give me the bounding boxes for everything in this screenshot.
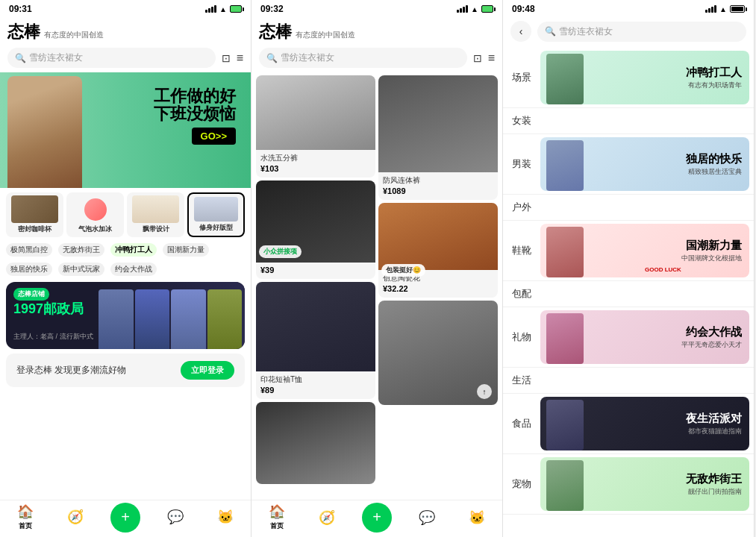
product-info-0: 水洗五分裤 ¥103	[256, 150, 375, 178]
tag-3[interactable]: 国潮新力量	[163, 243, 209, 257]
nav-home-2[interactable]: 🏠 首页	[252, 503, 302, 531]
cat-card-title-0: 冲鸭打工人	[686, 66, 742, 79]
tag-6[interactable]: 约会大作战	[110, 263, 157, 276]
product-card-2[interactable]: 小众拼接项 ¥39	[256, 180, 375, 279]
tag-0[interactable]: 极简黑白控	[6, 243, 52, 257]
product-grid: 水洗五分裤 ¥103 小众拼接项 ¥39 印花短袖T恤	[252, 72, 502, 487]
nav-discover[interactable]: 🧭	[50, 509, 100, 527]
app-name-2: 态棒	[259, 21, 291, 43]
search-text-2: 雪纺连衣裙女	[281, 51, 460, 64]
signal-icon-3	[705, 5, 716, 13]
nav-discover-2[interactable]: 🧭	[302, 509, 352, 526]
search-text-3: 雪纺连衣裙女	[559, 25, 739, 38]
back-button[interactable]: ‹	[510, 21, 531, 42]
cat-label-6[interactable]: 礼物	[503, 307, 540, 367]
time-1: 09:31	[9, 4, 32, 14]
cat-label-0[interactable]: 场景	[503, 48, 540, 107]
cat-card-2[interactable]: 独居的快乐 精致独居生活宝典	[540, 137, 749, 191]
cat-label-7[interactable]: 生活	[503, 368, 540, 393]
product-card-model[interactable]	[256, 402, 375, 484]
nav-center[interactable]: +	[100, 503, 150, 533]
cat-card-8[interactable]: 夜生活派对 都市夜猫蹦迪指南	[540, 397, 749, 450]
cat-label-8[interactable]: 食品	[503, 394, 540, 453]
category-item-1[interactable]: 气泡水加冰	[66, 192, 124, 237]
header-3: ‹ 🔍 雪纺连衣裙女	[503, 18, 754, 48]
search-input-3[interactable]: 🔍 雪纺连衣裙女	[537, 22, 746, 42]
login-button[interactable]: 立即登录	[181, 361, 234, 380]
cat-row-0: 场景 冲鸭打工人 有志有为职场青年	[503, 48, 754, 108]
person-mini-2	[171, 289, 206, 349]
tag-4[interactable]: 独居的快乐	[6, 263, 52, 276]
profile-icon-2: 🐱	[469, 509, 485, 526]
login-text: 登录态棒 发现更多潮流好物	[16, 364, 126, 377]
cat-card-title-6: 约会大作战	[681, 325, 742, 339]
scan-icon[interactable]: ⊡	[222, 52, 231, 64]
category-item-2[interactable]: 飘带设计	[127, 192, 184, 237]
nav-home-label: 首页	[19, 521, 32, 531]
header-2: 态棒 有态度的中国创造 🔍 雪纺连衣裙女 ⊡ ≡	[252, 18, 502, 72]
cat-row-8: 食品 夜生活派对 都市夜猫蹦迪指南	[503, 394, 754, 454]
cat-card-6[interactable]: 约会大作战 平平无奇恋爱小天才	[540, 310, 749, 364]
product-card-0[interactable]: 水洗五分裤 ¥103	[256, 75, 375, 178]
nav-home[interactable]: 🏠 首页	[0, 503, 50, 531]
cat-person-0	[546, 54, 584, 104]
cat-label-9[interactable]: 宠物	[503, 454, 540, 514]
product-badge-3: 包装挺好😊	[381, 264, 425, 277]
product-card-1[interactable]: 防风连体裤 ¥1089	[378, 75, 498, 200]
product-image-4	[256, 282, 375, 371]
center-button[interactable]: +	[110, 503, 140, 533]
login-bar: 登录态棒 发现更多潮流好物 立即登录	[6, 354, 245, 387]
scan-icon-2[interactable]: ⊡	[473, 52, 482, 64]
store-people	[96, 282, 245, 349]
nav-messages-2[interactable]: 💬	[402, 509, 452, 526]
nav-home-label-2: 首页	[270, 521, 284, 531]
product-image-1	[378, 75, 498, 172]
cat-card-sub-9: 靓仔出门街拍指南	[686, 487, 742, 497]
product-card-person[interactable]: ↑	[378, 301, 498, 405]
nav-messages[interactable]: 💬	[151, 509, 201, 527]
search-icon-3: 🔍	[545, 26, 556, 37]
signal-icon	[205, 5, 216, 13]
cat-row-5: 包配	[503, 281, 754, 307]
tag-2[interactable]: 冲鸭打工人	[110, 243, 157, 257]
tag-1[interactable]: 无敌炸街王	[58, 243, 104, 257]
product-card-4[interactable]: 印花短袖T恤 ¥89	[256, 282, 375, 399]
tag-5[interactable]: 新中式玩家	[58, 263, 104, 276]
search-input-2[interactable]: 🔍 雪纺连衣裙女	[259, 48, 467, 68]
scroll-up-btn[interactable]: ↑	[477, 384, 492, 399]
hero-banner[interactable]: 工作做的好 下班没烦恼 GO>>	[0, 72, 251, 188]
search-input[interactable]: 🔍 雪纺连衣裙女	[7, 48, 216, 68]
app-tagline: 有态度的中国创造	[44, 30, 104, 40]
menu-icon[interactable]: ≡	[237, 51, 243, 65]
banner-cta[interactable]: GO>>	[192, 128, 236, 145]
battery-icon	[230, 5, 242, 13]
cat-thumb	[194, 197, 238, 222]
bottom-nav-1: 🏠 首页 🧭 + 💬 🐱	[0, 500, 251, 537]
center-button-2[interactable]: +	[362, 503, 392, 533]
tags-row-2: 独居的快乐 新中式玩家 约会大作战	[0, 261, 251, 277]
cat-card-9[interactable]: 无敌炸街王 靓仔出门街拍指南	[540, 457, 749, 511]
cat-card-4[interactable]: GOOD LUCK 国潮新力量 中国潮牌文化根据地	[540, 224, 749, 277]
store-card[interactable]: 态棒店铺 1997邮政局 主理人：老高 / 流行新中式	[6, 282, 245, 349]
cat-label-1[interactable]: 女装	[503, 108, 540, 134]
cat-thumb	[132, 195, 178, 223]
nav-profile[interactable]: 🐱	[201, 509, 251, 527]
nav-center-2[interactable]: +	[352, 503, 402, 533]
category-item-3[interactable]: 修身好版型	[187, 192, 245, 237]
search-icon: 🔍	[15, 53, 26, 63]
product-card-3[interactable]: 包装挺好😊 创意陶瓷花 ¥32.22	[378, 203, 498, 298]
menu-icon-2[interactable]: ≡	[488, 51, 495, 65]
cat-person-9	[546, 460, 584, 511]
nav-profile-2[interactable]: 🐱	[452, 509, 502, 526]
cat-row-4: 鞋靴 GOOD LUCK 国潮新力量 中国潮牌文化根据地	[503, 221, 754, 281]
category-item-0[interactable]: 密封咖啡杯	[6, 192, 63, 237]
cat-row-2: 男装 独居的快乐 精致独居生活宝典	[503, 134, 754, 195]
cat-card-0[interactable]: 冲鸭打工人 有志有为职场青年	[540, 51, 749, 104]
battery-icon-3	[730, 5, 745, 13]
cat-label-4[interactable]: 鞋靴	[503, 221, 540, 280]
cat-label-2[interactable]: 男装	[503, 134, 540, 194]
cat-label-5[interactable]: 包配	[503, 281, 540, 307]
product-price-4: ¥89	[260, 386, 371, 395]
banner-text: 工作做的好 下班没烦恼 GO>>	[154, 87, 236, 145]
cat-label-3[interactable]: 户外	[503, 195, 540, 220]
